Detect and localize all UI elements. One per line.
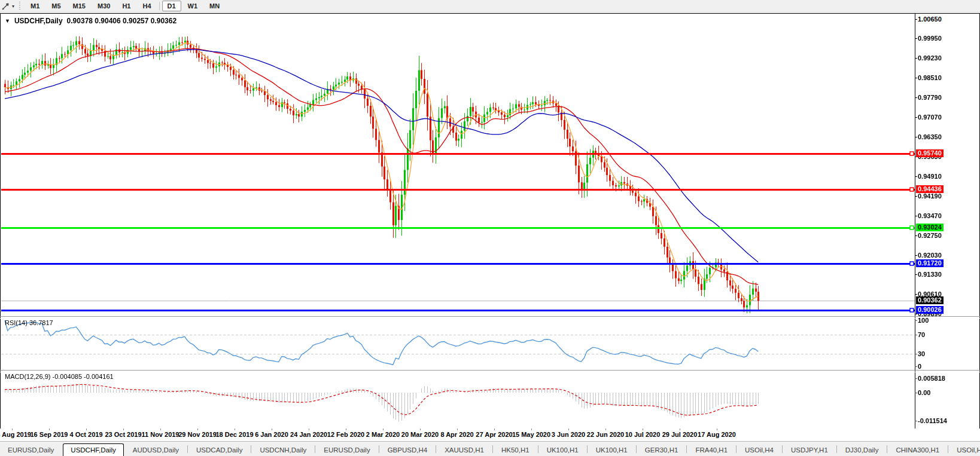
- tab-6-gbpusd-h4[interactable]: GBPUSD,H4: [380, 444, 435, 456]
- tab-4-usdcnh-daily[interactable]: USDCNH,Daily: [252, 444, 314, 456]
- tf-button-mn[interactable]: MN: [204, 1, 225, 11]
- date-tick-mark: [12, 429, 13, 430]
- macd-axis-label: -0.011514: [918, 417, 947, 425]
- date-label: 11 Nov 2019: [142, 431, 179, 438]
- price-tick-label: 0.98510: [918, 74, 942, 82]
- tab-separator: [492, 445, 493, 453]
- tab-14-usdjpy-h1[interactable]: USDJPY,H1: [783, 444, 836, 456]
- date-label: 17 Aug 2020: [698, 431, 736, 438]
- tf-button-m15[interactable]: M15: [68, 1, 91, 11]
- tab-10-uk100-h1[interactable]: UK100,H1: [588, 444, 635, 456]
- date-label: 20 Mar 2020: [401, 431, 439, 438]
- hline-price-label: 0.94436: [916, 185, 944, 193]
- price-tick-label: 0.91330: [918, 271, 942, 279]
- mt4-application: { "toolbar": { "cursor_tool_caret": "▾",…: [0, 0, 980, 456]
- date-label: 10 Jul 2020: [625, 431, 661, 438]
- chart-canvas[interactable]: [1, 14, 915, 428]
- tab-0-eurusd-daily[interactable]: EURUSD,Daily: [0, 444, 62, 456]
- macd-tick-mark: [915, 393, 917, 393]
- date-axis: 28 Aug 201916 Sep 20194 Oct 201923 Oct 2…: [0, 429, 980, 441]
- tf-button-d1[interactable]: D1: [162, 1, 181, 11]
- tab-15-dj30-daily[interactable]: DJ30,Daily: [838, 444, 887, 456]
- date-tick-mark: [680, 429, 680, 430]
- tab-separator: [948, 445, 948, 453]
- cursor-tool-dropdown-icon[interactable]: ▾: [12, 4, 14, 9]
- date-tick-mark: [457, 429, 458, 430]
- cursor-tool-icon: [1, 2, 10, 11]
- price-tick-mark: [915, 235, 917, 236]
- tab-separator: [636, 445, 637, 453]
- price-tick-label: 0.94910: [918, 173, 942, 180]
- tab-8-hk50-h1[interactable]: HK50,H1: [494, 444, 537, 456]
- rsi-axis-label: 70: [918, 331, 925, 339]
- price-tick-mark: [915, 216, 917, 216]
- date-tick-mark: [272, 429, 272, 430]
- toolbar-grip: [19, 2, 22, 10]
- chart-title-symbol: USDCHF,Daily: [14, 17, 63, 25]
- price-tick-label: 0.92750: [918, 232, 942, 240]
- price-tick-label: 0.93470: [918, 212, 942, 220]
- date-label: 8 Apr 2020: [440, 431, 473, 438]
- chart-tab-bar: EURUSD,DailyUSDCHF,DailyAUDUSD,DailyUSDC…: [0, 441, 980, 456]
- date-label: 28 Aug 2019: [0, 431, 31, 438]
- tab-separator: [887, 445, 887, 453]
- date-label: 29 Jul 2020: [662, 431, 698, 438]
- hline-price-label: 0.93024: [916, 224, 944, 231]
- tab-12-fra40-h1[interactable]: FRA40,H1: [687, 444, 735, 456]
- tab-5-eurusd-daily[interactable]: EURUSD,Daily: [316, 444, 378, 456]
- chart-title: ▼ USDCHF,Daily 0.90378 0.90406 0.90257 0…: [5, 17, 176, 25]
- tf-button-m30[interactable]: M30: [92, 1, 115, 11]
- price-tick-label: 0.92030: [918, 252, 942, 259]
- date-label: 15 May 2020: [512, 431, 550, 438]
- date-tick-mark: [235, 429, 235, 430]
- tab-separator: [538, 445, 538, 453]
- date-label: 4 Oct 2019: [69, 431, 102, 438]
- macd-axis-label: 0.005818: [918, 375, 945, 382]
- timeframe-button-group: M1M5M15M30H1H4D1W1MN: [25, 1, 226, 11]
- date-label: 16 Sep 2019: [31, 431, 68, 438]
- tab-separator: [686, 445, 687, 453]
- chart-title-collapse-icon[interactable]: ▼: [5, 18, 10, 24]
- date-tick-mark: [383, 429, 384, 430]
- price-tick-mark: [915, 274, 917, 275]
- tab-3-usdcad-daily[interactable]: USDCAD,Daily: [188, 444, 250, 456]
- crosshair-cursor-tool-button[interactable]: ▾: [0, 1, 17, 11]
- toolbar-group-separator: [159, 2, 160, 10]
- tf-button-m5[interactable]: M5: [46, 1, 66, 11]
- tf-button-h1[interactable]: H1: [117, 1, 136, 11]
- tab-separator: [315, 445, 315, 453]
- chart-title-ohlc: 0.90378 0.90406 0.90257 0.90362: [67, 17, 177, 25]
- tab-13-usoil-h4[interactable]: USOil,H4: [737, 444, 781, 456]
- macd-indicator-label: MACD(12,26,9) -0.004085 -0.004161: [5, 373, 114, 380]
- macd-tick-mark: [915, 421, 917, 421]
- tab-11-ger30-h1[interactable]: GER30,H1: [637, 444, 686, 456]
- tf-button-h4[interactable]: H4: [137, 1, 156, 11]
- tab-1-usdchf-daily[interactable]: USDCHF,Daily: [63, 443, 123, 456]
- tab-7-xauusd-h1[interactable]: XAUUSD,H1: [437, 444, 492, 456]
- date-tick-mark: [531, 429, 532, 430]
- rsi-tick-mark: [915, 320, 917, 321]
- hline-price-label: 0.90026: [916, 306, 944, 314]
- tf-button-w1[interactable]: W1: [182, 1, 203, 11]
- date-label: 2 Mar 2020: [366, 431, 400, 438]
- macd-axis-label: 0.00: [918, 389, 930, 397]
- rsi-tick-mark: [915, 335, 917, 335]
- tab-9-uk100-h1[interactable]: UK100,H1: [539, 444, 586, 456]
- date-label: 3 Jun 2020: [552, 431, 585, 438]
- tf-button-m1[interactable]: M1: [25, 1, 45, 11]
- price-tick-mark: [915, 19, 917, 20]
- date-tick-mark: [605, 429, 606, 430]
- rsi-axis-label: 0: [918, 363, 921, 371]
- pane-separator-rsi[interactable]: [0, 316, 980, 319]
- pane-separator-macd[interactable]: [0, 370, 980, 372]
- tab-2-audusd-daily[interactable]: AUDUSD,Daily: [125, 444, 187, 456]
- price-tick-label: 0.94190: [918, 192, 942, 200]
- tab-17-usoil-h1[interactable]: USOil,H1: [949, 444, 980, 456]
- tab-16-china300-h1[interactable]: CHINA300,H1: [888, 444, 947, 456]
- price-tick-mark: [915, 196, 917, 197]
- rsi-tick-mark: [915, 354, 917, 354]
- rsi-indicator-label: RSI(14) 36.7817: [5, 319, 53, 326]
- date-tick-mark: [494, 429, 495, 430]
- price-tick-mark: [915, 117, 917, 118]
- tab-separator: [187, 445, 188, 453]
